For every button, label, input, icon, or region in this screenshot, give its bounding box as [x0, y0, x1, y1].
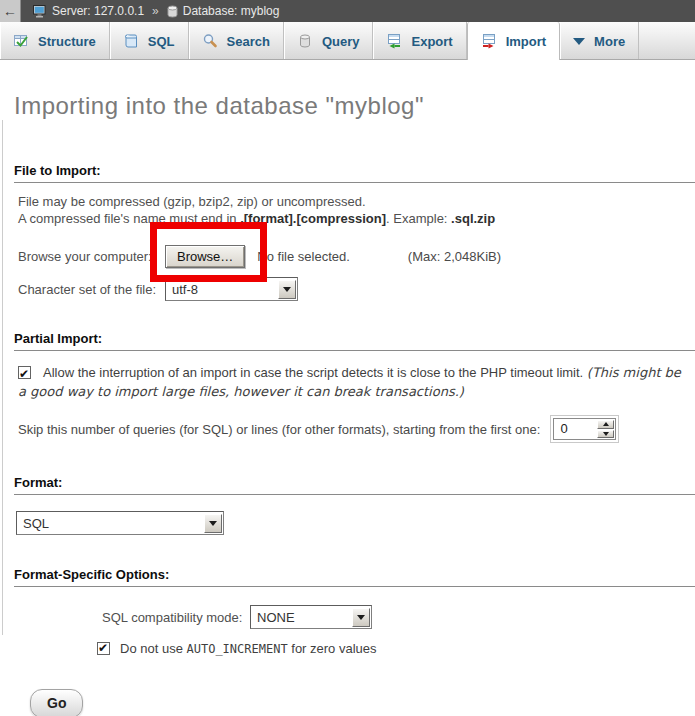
arrow-up-icon — [603, 422, 609, 426]
section-heading-format-options: Format-Specific Options: — [14, 567, 695, 587]
server-label[interactable]: Server: 127.0.0.1 — [52, 4, 144, 18]
search-icon — [202, 33, 218, 49]
charset-select[interactable]: utf-8 — [165, 277, 298, 301]
dropdown-arrow-button[interactable] — [352, 608, 370, 627]
sql-icon — [123, 33, 139, 49]
breadcrumb: Server: 127.0.0.1 » Database: myblog — [33, 4, 279, 18]
line2-example: .sql.zip — [451, 211, 495, 226]
auto-increment-suffix: for zero values — [288, 641, 377, 656]
compression-line1: File may be compressed (gzip, bzip2, zip… — [18, 193, 695, 210]
skip-queries-row: Skip this number of queries (for SQL) or… — [14, 415, 695, 443]
tab-label: SQL — [148, 34, 175, 49]
page-title: Importing into the database "myblog" — [14, 60, 695, 120]
no-file-text: No file selected. — [257, 249, 350, 264]
content-left-border — [2, 120, 3, 635]
skip-queries-stepper[interactable]: 0 — [550, 415, 619, 443]
format-select[interactable]: SQL — [16, 511, 224, 535]
breadcrumb-bar: ← Server: 127.0.0.1 » Database: myblog — [0, 0, 695, 22]
format-selected-value: SQL — [18, 516, 49, 531]
tab-label: Search — [227, 34, 270, 49]
sql-compatibility-value: NONE — [252, 610, 295, 625]
export-icon — [386, 33, 402, 49]
tab-label: Import — [506, 34, 546, 49]
tab-import[interactable]: Import — [467, 22, 560, 60]
browse-label: Browse your computer: — [18, 249, 165, 264]
sql-compatibility-row: SQL compatibility mode: NONE — [98, 605, 695, 629]
tab-sql[interactable]: SQL — [110, 22, 189, 60]
tab-bar: Structure SQL Search Query Export — [0, 22, 695, 60]
sql-compatibility-label: SQL compatibility mode: — [102, 610, 250, 625]
line2-format-pattern: .[format].[compression] — [240, 211, 386, 226]
line2-mid: . Example: — [386, 211, 451, 226]
skip-queries-value: 0 — [553, 418, 596, 440]
breadcrumb-separator: » — [152, 4, 159, 18]
charset-label: Character set of the file: — [18, 282, 165, 297]
allow-interruption-row: Allow the interruption of an import in c… — [14, 363, 682, 401]
database-label[interactable]: Database: myblog — [183, 4, 280, 18]
tab-search[interactable]: Search — [189, 22, 284, 60]
allow-interruption-checkbox[interactable] — [18, 366, 31, 379]
chevron-down-icon — [573, 38, 585, 45]
tab-label: More — [594, 34, 625, 49]
query-icon — [297, 33, 313, 49]
server-icon — [33, 5, 47, 18]
section-heading-file-to-import: File to Import: — [14, 163, 695, 183]
sql-compatibility-select[interactable]: NONE — [250, 605, 372, 629]
go-row: Go — [30, 689, 695, 716]
tab-label: Export — [411, 34, 452, 49]
tab-query[interactable]: Query — [284, 22, 374, 60]
charset-row: Character set of the file: utf-8 — [14, 277, 695, 301]
compression-line2: A compressed file's name must end in .[f… — [18, 210, 695, 227]
section-heading-partial-import: Partial Import: — [14, 331, 695, 351]
arrow-down-icon — [357, 615, 365, 620]
back-button[interactable]: ← — [0, 0, 21, 22]
allow-interruption-text: Allow the interruption of an import in c… — [43, 365, 587, 380]
tab-structure[interactable]: Structure — [0, 22, 110, 60]
auto-increment-code: AUTO_INCREMENT — [187, 642, 288, 656]
dropdown-arrow-button[interactable] — [278, 280, 296, 299]
structure-icon — [13, 33, 29, 49]
main-content: Importing into the database "myblog" Fil… — [0, 60, 695, 716]
compression-info: File may be compressed (gzip, bzip2, zip… — [14, 193, 695, 227]
import-icon — [481, 33, 497, 49]
tab-label: Query — [322, 34, 360, 49]
auto-increment-row: Do not use AUTO_INCREMENT for zero value… — [97, 641, 695, 656]
auto-increment-checkbox[interactable] — [97, 642, 110, 655]
skip-queries-label: Skip this number of queries (for SQL) or… — [18, 422, 540, 437]
max-size-text: (Max: 2,048KiB) — [408, 249, 501, 264]
arrow-down-icon — [603, 432, 609, 436]
tab-export[interactable]: Export — [373, 22, 466, 60]
arrow-down-icon — [283, 287, 291, 292]
browse-button[interactable]: Browse… — [165, 245, 245, 268]
browse-row: Browse your computer: Browse… No file se… — [14, 243, 695, 269]
stepper-buttons — [596, 418, 616, 440]
arrow-down-icon — [209, 521, 217, 526]
database-icon — [167, 5, 178, 18]
line2-prefix: A compressed file's name must end in — [18, 211, 240, 226]
charset-selected-value: utf-8 — [167, 282, 198, 297]
dropdown-arrow-button[interactable] — [204, 514, 222, 533]
stepper-up-button[interactable] — [597, 420, 614, 429]
go-button[interactable]: Go — [30, 689, 83, 716]
section-heading-format: Format: — [14, 475, 695, 495]
stepper-down-button[interactable] — [597, 430, 614, 439]
tab-label: Structure — [38, 34, 96, 49]
auto-increment-prefix: Do not use — [120, 641, 187, 656]
tab-more[interactable]: More — [560, 22, 639, 60]
